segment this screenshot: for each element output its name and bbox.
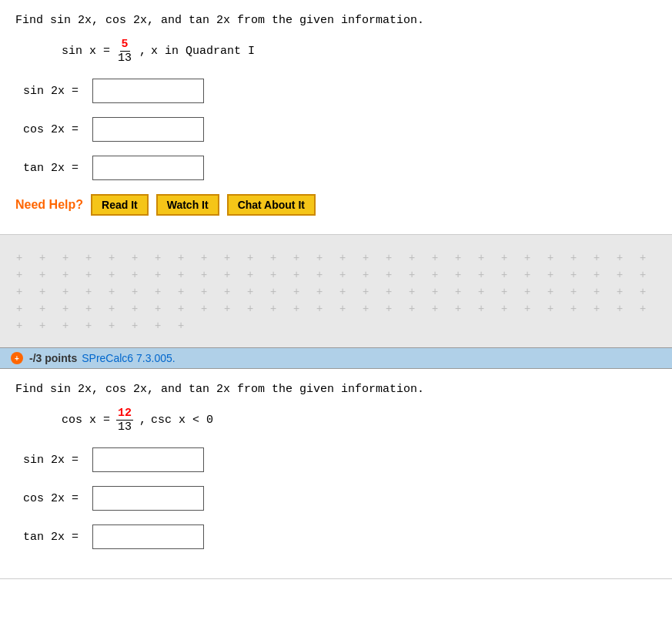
plus-symbol: + [516, 283, 539, 300]
plus-symbol: + [54, 249, 77, 266]
plus-symbol: + [31, 300, 54, 317]
plus-symbol: + [308, 283, 331, 300]
plus-symbol: + [331, 283, 354, 300]
plus-symbol: + [354, 249, 377, 266]
plus-symbol: + [146, 266, 169, 283]
tan-label-2: tan 2x = [23, 531, 92, 544]
cos-label-1: cos 2x = [23, 123, 92, 136]
plus-symbol: + [123, 249, 146, 266]
tan-input-2[interactable] [92, 524, 204, 549]
plus-symbol: + [562, 249, 585, 266]
plus-symbol: + [54, 266, 77, 283]
plus-grid: ++++++++++++++++++++++++++++++++++++++++… [0, 244, 672, 338]
points-circle: + [11, 352, 23, 364]
plus-symbol: + [423, 249, 446, 266]
comma-1: , [139, 45, 146, 58]
plus-symbol: + [585, 249, 608, 266]
plus-symbol: + [146, 283, 169, 300]
comma-2: , [139, 414, 146, 427]
plus-symbol: + [608, 300, 631, 317]
sin-row-1: sin 2x = [23, 79, 657, 103]
plus-symbol: + [423, 300, 446, 317]
plus-symbol: + [77, 283, 100, 300]
plus-symbol: + [331, 266, 354, 283]
section-1: Find sin 2x, cos 2x, and tan 2x from the… [0, 0, 672, 235]
plus-symbol: + [331, 249, 354, 266]
chat-about-button[interactable]: Chat About It [227, 194, 316, 216]
watch-it-button[interactable]: Watch It [156, 194, 219, 216]
fraction-1: 5 13 [116, 38, 133, 65]
plus-symbol: + [493, 249, 516, 266]
plus-symbol: + [8, 266, 31, 283]
plus-symbol: + [100, 266, 123, 283]
plus-symbol: + [608, 249, 631, 266]
plus-symbol: + [216, 266, 239, 283]
plus-symbol: + [446, 249, 470, 266]
plus-symbol: + [8, 249, 31, 266]
plus-symbol: + [31, 266, 54, 283]
problem-title-text-1: Find sin 2x, cos 2x, and tan 2x from the… [15, 14, 424, 27]
plus-symbol: + [631, 249, 654, 266]
plus-symbol: + [539, 300, 562, 317]
cos-input-2[interactable] [92, 486, 204, 511]
condition-1: x in Quadrant I [151, 45, 255, 58]
plus-symbol: + [192, 249, 216, 266]
condition-2: csc x < 0 [151, 414, 213, 427]
plus-symbol: + [146, 300, 169, 317]
plus-symbol: + [516, 266, 539, 283]
plus-symbol: + [239, 283, 262, 300]
plus-symbol: + [216, 300, 239, 317]
plus-symbol: + [516, 300, 539, 317]
plus-symbol: + [608, 283, 631, 300]
plus-symbol: + [470, 249, 493, 266]
plus-symbol: + [169, 266, 192, 283]
plus-symbol: + [377, 283, 400, 300]
plus-symbol: + [169, 283, 192, 300]
plus-symbol: + [169, 249, 192, 266]
plus-symbol: + [285, 300, 308, 317]
plus-symbol: + [285, 283, 308, 300]
plus-symbol: + [54, 317, 77, 333]
plus-symbol: + [192, 283, 216, 300]
sin-input-2[interactable] [92, 447, 204, 472]
denominator-1: 13 [116, 52, 133, 65]
plus-symbol: + [585, 266, 608, 283]
cos-row-1: cos 2x = [23, 117, 657, 142]
plus-symbol: + [400, 300, 423, 317]
plus-symbol: + [446, 300, 470, 317]
plus-symbol: + [470, 300, 493, 317]
plus-symbol: + [631, 266, 654, 283]
tan-input-1[interactable] [92, 156, 204, 180]
plus-symbol: + [8, 300, 31, 317]
plus-symbol: + [8, 317, 31, 333]
plus-symbol: + [54, 283, 77, 300]
plus-symbol: + [493, 283, 516, 300]
need-help-label: Need Help? [15, 198, 83, 212]
plus-symbol: + [262, 300, 285, 317]
problem-title-text-2: Find sin 2x, cos 2x, and tan 2x from the… [15, 383, 424, 396]
separator-section: ++++++++++++++++++++++++++++++++++++++++… [0, 235, 672, 347]
plus-symbol: + [239, 249, 262, 266]
plus-symbol: + [77, 317, 100, 333]
plus-symbol: + [400, 266, 423, 283]
plus-symbol: + [470, 283, 493, 300]
read-it-button[interactable]: Read It [91, 194, 149, 216]
plus-symbol: + [100, 249, 123, 266]
given-info-1: sin x = 5 13 , x in Quadrant I [62, 38, 657, 65]
plus-symbol: + [262, 283, 285, 300]
cos-input-1[interactable] [92, 117, 204, 142]
points-bar: + -/3 points SPreCalc6 7.3.005. [0, 347, 672, 369]
plus-symbol: + [192, 300, 216, 317]
plus-symbol: + [31, 317, 54, 333]
plus-symbol: + [54, 300, 77, 317]
sin-input-1[interactable] [92, 79, 204, 103]
plus-symbol: + [8, 283, 31, 300]
plus-symbol: + [516, 249, 539, 266]
sin-row-2: sin 2x = [23, 447, 657, 472]
problem-id: SPreCalc6 7.3.005. [82, 352, 175, 364]
plus-symbol: + [331, 300, 354, 317]
plus-symbol: + [446, 266, 470, 283]
plus-symbol: + [423, 283, 446, 300]
numerator-2: 12 [116, 407, 133, 421]
sin-label-2: sin 2x = [23, 454, 92, 467]
